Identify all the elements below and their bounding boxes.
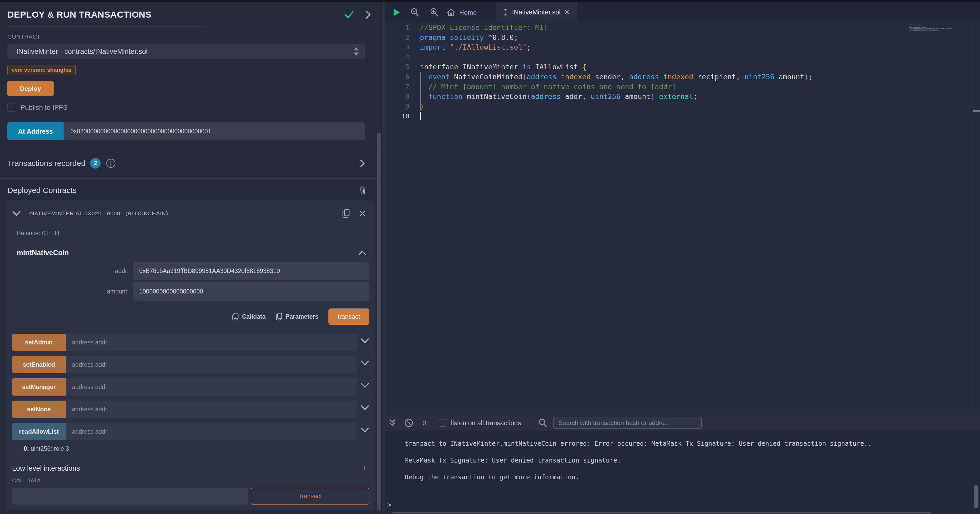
evm-version-badge: evm version: shanghai — [7, 65, 76, 75]
clear-console-icon[interactable] — [404, 418, 414, 428]
terminal-prompt[interactable]: > — [387, 501, 391, 508]
trash-icon[interactable] — [359, 186, 367, 195]
setnone-button[interactable]: setNone — [12, 401, 66, 418]
function-row-setnone: setNone — [12, 401, 369, 418]
success-check-icon — [345, 11, 354, 19]
terminal-toolbar: 0 listen on all transactions — [385, 415, 980, 430]
deploy-run-panel: DEPLOY & RUN TRANSACTIONS CONTRACT INati… — [0, 2, 382, 514]
indent-guide — [420, 73, 421, 111]
code-area[interactable]: //SPDX-License-Identifier: MITpragma sol… — [420, 22, 980, 415]
solidity-file-icon — [503, 8, 508, 16]
title-underline — [7, 26, 206, 27]
panel-title: DEPLOY & RUN TRANSACTIONS — [7, 10, 151, 20]
output-value: uint256: role 3 — [29, 445, 69, 452]
amount-arg-input[interactable] — [133, 282, 369, 301]
function-collapse-icon[interactable] — [358, 250, 367, 256]
terminal-log-line: Debug the transaction to get more inform… — [405, 469, 980, 485]
setmanager-button[interactable]: setManager — [12, 378, 66, 396]
transactions-info-icon[interactable] — [106, 158, 116, 168]
home-icon — [447, 8, 456, 17]
deploy-button[interactable]: Deploy — [7, 81, 54, 96]
copy-parameters-label: Parameters — [286, 313, 318, 320]
readallowlist-output: 0: uint256: role 3 — [24, 445, 369, 452]
terminal-log-line: MetaMask Tx Signature: User denied trans… — [405, 452, 980, 469]
terminal: 0 listen on all transactions transact to… — [385, 415, 980, 514]
calldata-label: CALLDATA — [12, 477, 369, 484]
editor-gutter: 12345678910 — [385, 22, 420, 415]
copy-parameters-button[interactable]: Parameters — [275, 313, 318, 321]
copy-address-icon[interactable] — [342, 209, 350, 218]
remix-app: DEPLOY & RUN TRANSACTIONS CONTRACT INati… — [0, 0, 980, 514]
setadmin-input[interactable] — [66, 334, 357, 351]
copy-calldata-label: Calldata — [242, 313, 266, 320]
transact-button[interactable]: transact — [328, 308, 369, 325]
terminal-search-input[interactable] — [553, 417, 702, 429]
function-row-setenabled: setEnabled — [12, 356, 369, 373]
transactions-expand-icon[interactable] — [360, 159, 365, 168]
low-level-transact-button[interactable]: Transact — [251, 488, 369, 504]
low-level-info-icon[interactable]: i — [363, 464, 365, 472]
transactions-count-badge: 2 — [90, 158, 101, 168]
panel-editor-divider[interactable] — [382, 2, 385, 514]
editor-region: Home INativeMinter.sol 12345678910 //SPD… — [385, 2, 980, 514]
setenabled-button[interactable]: setEnabled — [12, 356, 66, 373]
function-row-setadmin: setAdmin — [12, 334, 369, 351]
output-index: 0: — [24, 445, 29, 452]
setnone-expand-icon[interactable] — [361, 405, 369, 411]
deployed-contract-header[interactable]: INATIVEMINTER AT 0X020...00001 (BLOCKCHA… — [12, 201, 369, 218]
remove-contract-icon[interactable] — [360, 210, 366, 217]
code-editor[interactable]: 12345678910 //SPDX-License-Identifier: M… — [385, 21, 980, 415]
setmanager-input[interactable] — [66, 378, 357, 396]
publish-ipfs-label: Publish to IPFS — [21, 103, 67, 111]
terminal-scrollbar[interactable] — [974, 485, 978, 508]
setmanager-expand-icon[interactable] — [361, 382, 369, 388]
tab-inativeminter-label: INativeMinter.sol — [512, 8, 561, 16]
editor-tabbar: Home INativeMinter.sol — [385, 2, 980, 21]
transactions-recorded-section: Transactions recorded 2 — [0, 148, 382, 179]
terminal-search-icon — [538, 419, 547, 427]
panel-header: DEPLOY & RUN TRANSACTIONS — [0, 2, 382, 20]
at-address-input[interactable] — [64, 122, 365, 140]
editor-minimap[interactable]: //SPDX-License-Identifier: MITpragma sol… — [909, 22, 972, 206]
addr-arg-input[interactable] — [133, 262, 369, 280]
function-name: mintNativeCoin — [17, 249, 69, 257]
contract-label: CONTRACT — [7, 33, 365, 40]
low-level-calldata-input[interactable] — [12, 488, 248, 504]
terminal-hscrollbar[interactable] — [393, 512, 931, 514]
tab-home[interactable]: Home — [447, 8, 477, 17]
panel-collapse-icon[interactable] — [365, 10, 371, 19]
publish-ipfs-checkbox[interactable] — [7, 103, 15, 112]
run-script-icon[interactable] — [393, 8, 400, 16]
editor-scrollbar[interactable] — [973, 21, 980, 415]
listen-transactions-checkbox[interactable] — [439, 419, 446, 427]
contract-expand-icon[interactable] — [12, 211, 21, 216]
panel-scrollbar[interactable] — [377, 133, 381, 511]
at-address-button[interactable]: At Address — [7, 122, 64, 140]
transactions-recorded-label: Transactions recorded — [7, 159, 85, 168]
card-divider — [18, 460, 364, 460]
setenabled-expand-icon[interactable] — [361, 360, 369, 366]
setenabled-input[interactable] — [66, 356, 357, 373]
setnone-input[interactable] — [66, 401, 357, 418]
copy-calldata-button[interactable]: Calldata — [232, 313, 266, 321]
low-level-title: Low level interactions — [12, 464, 80, 473]
addr-arg-label: addr: — [12, 268, 133, 274]
pending-tx-count: 0 — [423, 419, 426, 427]
tab-close-icon[interactable] — [565, 10, 570, 15]
function-row-setmanager: setManager — [12, 378, 369, 396]
tab-inativeminter[interactable]: INativeMinter.sol — [496, 3, 578, 21]
setadmin-expand-icon[interactable] — [361, 338, 369, 344]
contract-select-value: INativeMinter - contracts/INativeMinter.… — [16, 48, 148, 56]
tab-home-label: Home — [459, 9, 477, 17]
terminal-logs: transact to INativeMinter.mintNativeCoin… — [385, 430, 980, 485]
zoom-in-icon[interactable] — [430, 8, 439, 17]
setadmin-button[interactable]: setAdmin — [12, 334, 66, 351]
deployed-contract-card: INATIVEMINTER AT 0X020...00001 (BLOCKCHA… — [6, 201, 375, 510]
readallowlist-input[interactable] — [66, 423, 357, 440]
terminal-collapse-icon[interactable] — [389, 419, 396, 427]
zoom-out-icon[interactable] — [410, 8, 419, 17]
contract-select[interactable]: INativeMinter - contracts/INativeMinter.… — [7, 44, 365, 59]
amount-arg-label: amount: — [12, 288, 133, 295]
readallowlist-expand-icon[interactable] — [361, 427, 369, 433]
readallowlist-button[interactable]: readAllowList — [12, 423, 66, 440]
